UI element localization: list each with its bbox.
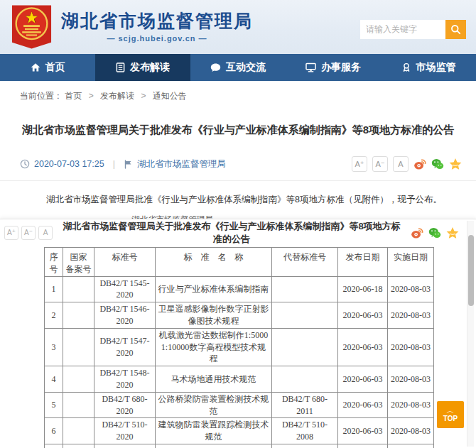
table-row: 5DB42/T 680-2020公路桥梁防雷装置检测技术规范DB42/T 680… xyxy=(45,392,434,418)
col-header-record-no: 国家 备案号 xyxy=(63,248,94,277)
article-source[interactable]: 湖北省市场监督管理局 xyxy=(137,158,226,170)
table-cell: 2020-06-03 xyxy=(338,392,388,418)
table-cell: 公路桥梁防雷装置检测技术规范 xyxy=(156,392,272,418)
nav-item-services[interactable]: 办事服务 xyxy=(286,54,381,81)
table-cell xyxy=(272,328,338,366)
breadcrumb-separator: > xyxy=(141,91,146,101)
search-input[interactable] xyxy=(360,20,445,39)
table-cell: 6 xyxy=(45,418,63,444)
table-cell: 3 xyxy=(45,328,63,366)
nav-item-home[interactable]: 首页 xyxy=(0,54,95,81)
font-increase-button[interactable]: A⁺ xyxy=(352,156,367,172)
table-cell: DB42/T 1546-2020 xyxy=(94,302,156,329)
doc-font-reset-button[interactable]: A xyxy=(38,226,53,240)
table-cell xyxy=(63,444,94,448)
font-reset-button[interactable]: A xyxy=(393,156,409,172)
nav-item-publish[interactable]: 发布解读 xyxy=(95,54,190,81)
doc-scrollbar-thumb[interactable] xyxy=(468,235,474,306)
doc-font-decrease-button[interactable]: A⁻ xyxy=(21,226,36,240)
table-cell xyxy=(63,328,94,366)
nav-item-supervision[interactable]: 市场监管 xyxy=(381,54,476,81)
wechat-share-icon[interactable] xyxy=(428,226,441,239)
table-cell: 2020-08-03 xyxy=(388,444,434,448)
weibo-share-icon[interactable] xyxy=(411,226,423,239)
qzone-share-icon[interactable] xyxy=(446,226,459,239)
table-cell: DB42/T 510-2020 xyxy=(94,418,156,444)
breadcrumb-notices[interactable]: 通知公告 xyxy=(153,91,187,101)
table-row: 2DB42/T 1546-2020卫星遥感影像制作数字正射影像图技术规程2020… xyxy=(45,302,434,329)
table-row: 6DB42/T 510-2020建筑物防雷装置跟踪检测技术规范DB42/T 51… xyxy=(45,418,434,444)
monitor-icon xyxy=(305,62,316,72)
doc-font-buttons: A⁺ A⁻ A xyxy=(4,226,53,240)
back-to-top-button[interactable]: ︿ TOP xyxy=(437,401,464,428)
table-row: 3DB42/T 1547-2020机载激光雷达数据制作1:5000 1:1000… xyxy=(45,328,434,366)
table-cell xyxy=(63,276,94,302)
table-cell: 建筑物防雷装置跟踪检测技术规范 xyxy=(156,418,272,444)
table-cell: 7 xyxy=(45,444,63,448)
col-header-implement-date: 实施日期 xyxy=(388,248,434,277)
table-cell: 5 xyxy=(45,392,63,418)
qzone-share-icon[interactable] xyxy=(449,158,462,170)
doc-title: 湖北省市场监督管理局关于批准发布《行业与产业标准体系编制指南》等8项地方标准的公… xyxy=(53,220,411,246)
standards-table-wrap: 序号 国家 备案号 标准号 标 准 名 称 代替标准号 发布日期 实施日期 1D… xyxy=(44,247,433,448)
doc-scrollbar-track[interactable] xyxy=(467,221,474,447)
site-header: 湖北省市场监督管理局 — scjg.hubei.gov.cn — xyxy=(0,0,476,54)
breadcrumb-separator: > xyxy=(89,91,94,101)
chat-icon xyxy=(210,62,221,72)
weibo-share-icon[interactable] xyxy=(413,158,426,170)
nav-label: 互动交流 xyxy=(226,61,266,74)
table-cell xyxy=(63,366,94,393)
table-cell: 2020-08-03 xyxy=(388,418,434,444)
article-date: 2020-07-03 17:25 xyxy=(34,159,104,169)
table-cell: 卫星遥感影像制作数字正射影像图技术规程 xyxy=(156,302,272,329)
table-row: 7DB42/T 1549-2020雪茄烟叶等级质量标准2020-06-03202… xyxy=(45,444,434,448)
breadcrumb-prefix: 当前位置： xyxy=(20,91,63,101)
table-cell: 2020-08-03 xyxy=(388,276,434,302)
table-cell xyxy=(63,418,94,444)
article-body: 湖北省市场监督管理局批准《行业与产业标准体系编制指南》等8项地方标准（见附件），… xyxy=(0,192,476,207)
table-cell: 马术场地通用技术规范 xyxy=(156,366,272,393)
table-cell: DB42/T 1548-2020 xyxy=(94,366,156,393)
table-cell: 雪茄烟叶等级质量标准 xyxy=(156,444,272,448)
table-cell: 2020-08-03 xyxy=(388,392,434,418)
breadcrumb-home[interactable]: 首页 xyxy=(65,91,82,101)
col-header-standard-no: 标准号 xyxy=(94,248,156,277)
doc-font-increase-button[interactable]: A⁺ xyxy=(4,226,18,240)
site-url: — scjg.hubei.gov.cn — xyxy=(61,34,253,43)
col-header-index: 序号 xyxy=(45,248,63,277)
table-cell xyxy=(272,276,338,302)
breadcrumb-publish[interactable]: 发布解读 xyxy=(100,91,134,101)
meta-separator: | xyxy=(113,159,115,169)
breadcrumb: 当前位置： 首页 > 发布解读 > 通知公告 xyxy=(0,81,476,102)
table-cell xyxy=(63,392,94,418)
search-button[interactable] xyxy=(445,20,466,39)
nav-label: 市场监管 xyxy=(416,61,456,74)
national-emblem-logo xyxy=(11,4,52,50)
table-cell xyxy=(63,302,94,329)
col-header-publish-date: 发布日期 xyxy=(338,248,388,277)
nav-item-interact[interactable]: 互动交流 xyxy=(190,54,286,81)
font-decrease-button[interactable]: A⁻ xyxy=(372,156,388,172)
table-cell: 2020-06-03 xyxy=(338,366,388,393)
wechat-share-icon[interactable] xyxy=(431,158,444,170)
article-meta-left: 2020-07-03 17:25 | 湖北省市场监督管理局 xyxy=(20,158,226,170)
table-cell: 2020-08-03 xyxy=(388,302,434,329)
table-row: 1DB42/T 1545-2020行业与产业标准体系编制指南2020-06-18… xyxy=(45,276,434,302)
brand-block: 湖北省市场监督管理局 — scjg.hubei.gov.cn — xyxy=(61,11,253,43)
table-cell: 2020-06-18 xyxy=(338,276,388,302)
table-cell: DB42/T 1545-2020 xyxy=(94,276,156,302)
source-icon xyxy=(124,160,133,169)
col-header-replaced-no: 代替标准号 xyxy=(272,248,338,277)
home-icon xyxy=(31,62,40,72)
col-header-standard-name: 标 准 名 称 xyxy=(156,248,272,277)
table-cell xyxy=(272,302,338,329)
table-cell: 2020-06-03 xyxy=(338,418,388,444)
article-meta-row: 2020-07-03 17:25 | 湖北省市场监督管理局 A⁺ A⁻ A xyxy=(0,156,476,181)
table-cell: 2020-08-03 xyxy=(388,366,434,393)
table-cell: 机载激光雷达数据制作1:5000 1:10000数字高程模型技术规程 xyxy=(156,328,272,366)
nav-label: 办事服务 xyxy=(321,61,361,74)
nav-label: 发布解读 xyxy=(130,61,170,74)
nav-label: 首页 xyxy=(45,61,65,74)
table-cell: 行业与产业标准体系编制指南 xyxy=(156,276,272,302)
badge-icon xyxy=(401,62,411,72)
